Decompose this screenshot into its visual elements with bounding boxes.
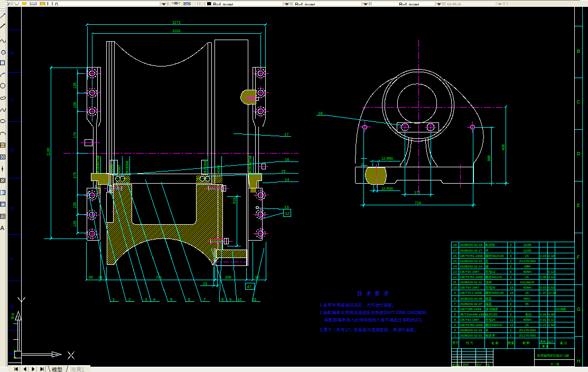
svg-text:6: 6 bbox=[188, 297, 190, 302]
svg-text:F: F bbox=[11, 257, 14, 262]
svg-text:200: 200 bbox=[225, 275, 231, 279]
svg-text:滚动轴承: 滚动轴承 bbox=[486, 307, 499, 311]
svg-text:40H7: 40H7 bbox=[117, 165, 121, 173]
svg-text:714: 714 bbox=[415, 201, 421, 205]
svg-text:核: 核 bbox=[11, 313, 14, 316]
svg-text:Φ280h6: Φ280h6 bbox=[203, 160, 207, 173]
svg-text:序号: 序号 bbox=[452, 341, 459, 345]
svg-text:12: 12 bbox=[285, 211, 290, 216]
svg-text:171: 171 bbox=[414, 190, 421, 194]
svg-text:键: 键 bbox=[486, 264, 489, 269]
svg-text:16: 16 bbox=[510, 285, 514, 289]
svg-text:轴承座: 轴承座 bbox=[486, 333, 496, 338]
svg-text:螺栓M12×0: 螺栓M12×0 bbox=[486, 275, 502, 279]
svg-text:GB/T93-1987: GB/T93-1987 bbox=[460, 285, 480, 289]
svg-text:1: 1 bbox=[510, 328, 512, 332]
svg-text:2.54: 2.54 bbox=[548, 323, 555, 327]
svg-text:0.04: 0.04 bbox=[540, 254, 547, 257]
svg-text:5: 5 bbox=[454, 312, 456, 316]
svg-text:制动块: 制动块 bbox=[486, 243, 496, 246]
svg-text:0.01: 0.01 bbox=[540, 318, 547, 321]
svg-text:2: 2 bbox=[510, 259, 512, 263]
svg-text:ByLayer: ByLayer bbox=[399, 2, 419, 5]
svg-text:126: 126 bbox=[73, 102, 77, 108]
svg-text:170: 170 bbox=[73, 132, 77, 138]
svg-text:垫圸12: 垫圸12 bbox=[486, 270, 496, 273]
svg-text:1: 1 bbox=[113, 297, 115, 302]
svg-text:0.21: 0.21 bbox=[540, 323, 547, 327]
svg-text:GB/T70.1-2000: GB/T70.1-2000 bbox=[460, 291, 482, 294]
svg-text:40Cr: 40Cr bbox=[524, 297, 530, 300]
svg-text:0.12: 0.12 bbox=[548, 275, 555, 279]
svg-text:垫圸30: 垫圸30 bbox=[486, 285, 496, 289]
svg-text:35: 35 bbox=[525, 302, 529, 306]
svg-text:1.各零件用煤油清洗后，方可进行装配。: 1.各零件用煤油清洗后，方可进行装配。 bbox=[320, 303, 397, 308]
svg-text:JS0B200-02-17: JS0B200-02-17 bbox=[460, 249, 483, 252]
svg-text:H: H bbox=[577, 358, 581, 364]
svg-text:G: G bbox=[577, 307, 581, 312]
svg-text:12: 12 bbox=[510, 323, 514, 327]
svg-text:Q235: Q235 bbox=[524, 243, 532, 246]
svg-text:125: 125 bbox=[73, 82, 77, 89]
svg-text:Q235: Q235 bbox=[524, 249, 532, 252]
svg-text:G: G bbox=[11, 304, 14, 310]
svg-text:14: 14 bbox=[453, 264, 457, 268]
svg-text:材 料: 材 料 bbox=[522, 341, 530, 345]
svg-text:47: 47 bbox=[247, 285, 251, 289]
svg-text:15: 15 bbox=[525, 291, 529, 294]
svg-text:E: E bbox=[11, 206, 14, 212]
svg-text:12-Φ50: 12-Φ50 bbox=[381, 157, 393, 160]
svg-text:Φ260H7/h6: Φ260H7/h6 bbox=[96, 155, 100, 173]
svg-text:17: 17 bbox=[453, 249, 457, 252]
svg-text:0.12: 0.12 bbox=[548, 270, 555, 273]
svg-text:HBF: HBF bbox=[524, 264, 531, 268]
svg-text:名 称: 名 称 bbox=[491, 341, 499, 345]
svg-text:275: 275 bbox=[73, 172, 77, 178]
svg-text:GB/T93-1987: GB/T93-1987 bbox=[460, 318, 480, 321]
svg-text:3.罩子（件号17）安装前与底座配刮，再进行装配。: 3.罩子（件号17）安装前与底座配刮，再进行装配。 bbox=[320, 328, 419, 332]
svg-text:7: 7 bbox=[203, 297, 206, 302]
svg-text:JS0B200-02-14: JS0B200-02-14 bbox=[460, 264, 483, 268]
svg-text:轴盖: 轴盖 bbox=[486, 297, 492, 301]
svg-text:总计: 总计 bbox=[547, 340, 554, 343]
svg-text:备 注: 备 注 bbox=[560, 341, 567, 345]
svg-text:油封150: 油封150 bbox=[486, 312, 498, 317]
svg-text:12-Φ30: 12-Φ30 bbox=[381, 187, 393, 190]
svg-text:Φ270: Φ270 bbox=[110, 165, 114, 173]
svg-text:ZG270-500: ZG270-500 bbox=[519, 328, 536, 332]
svg-text:0.18: 0.18 bbox=[548, 254, 555, 257]
svg-text:16: 16 bbox=[285, 157, 289, 162]
svg-text:C: C bbox=[577, 99, 581, 104]
svg-text:B: B bbox=[577, 49, 580, 54]
svg-text:ZG270-500: ZG270-500 bbox=[519, 333, 536, 337]
svg-text:10: 10 bbox=[453, 285, 457, 289]
svg-text:装配前轴承加入的润滑脂加入量不得超过容积的2/3。: 装配前轴承加入的润滑脂加入量不得超过容积的2/3。 bbox=[324, 318, 426, 322]
svg-text:JS0B200-02-02: JS0B200-02-02 bbox=[460, 328, 483, 332]
svg-text:垫圸24: 垫圸24 bbox=[486, 318, 496, 321]
svg-text:21CrMnTi: 21CrMnTi bbox=[520, 280, 534, 284]
svg-text:9: 9 bbox=[229, 297, 231, 302]
svg-text:JS0B200-02-01: JS0B200-02-01 bbox=[460, 333, 483, 337]
svg-text:B: B bbox=[11, 50, 14, 55]
svg-text:2: 2 bbox=[454, 328, 456, 332]
svg-text:10: 10 bbox=[237, 297, 241, 302]
svg-text:125: 125 bbox=[73, 202, 77, 208]
svg-text:4: 4 bbox=[454, 318, 456, 321]
svg-text:JS0B200-02-11: JS0B200-02-11 bbox=[460, 280, 482, 284]
svg-text:6: 6 bbox=[510, 270, 512, 273]
svg-text:4: 4 bbox=[153, 297, 155, 302]
svg-text:40H7: 40H7 bbox=[217, 165, 220, 173]
svg-text:2: 2 bbox=[510, 307, 512, 311]
svg-text:16: 16 bbox=[510, 291, 514, 294]
svg-text:9: 9 bbox=[454, 291, 456, 294]
svg-text:螺栓M24×0: 螺栓M24×0 bbox=[486, 323, 502, 327]
svg-text:2: 2 bbox=[510, 312, 512, 316]
svg-text:2: 2 bbox=[510, 264, 512, 268]
svg-text:F: F bbox=[577, 254, 580, 260]
svg-text:818: 818 bbox=[232, 197, 236, 204]
svg-text:1: 1 bbox=[510, 297, 512, 300]
svg-text:螺栓M10×25: 螺栓M10×25 bbox=[486, 254, 504, 258]
svg-text:代 号: 代 号 bbox=[465, 341, 473, 345]
svg-text:0: 0 bbox=[55, 2, 58, 5]
svg-text:技 术 要 求: 技 术 要 求 bbox=[357, 290, 389, 297]
